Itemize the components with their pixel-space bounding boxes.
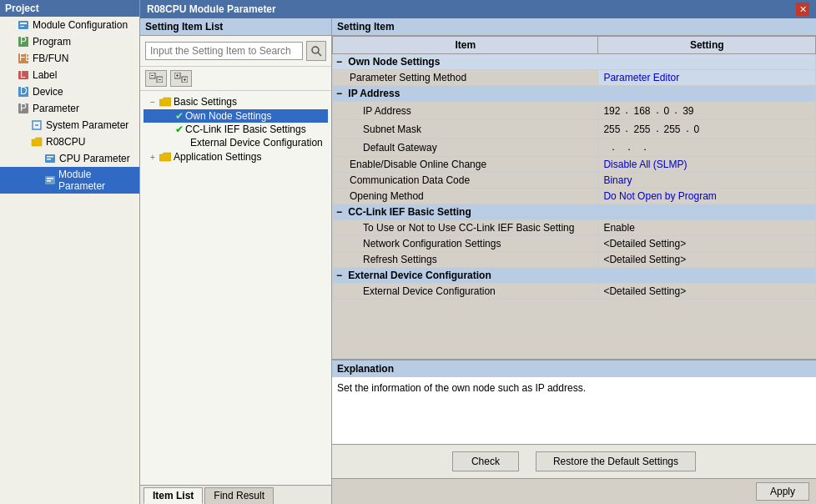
expand-icon: [174, 73, 188, 83]
sidebar-item-device[interactable]: D Device: [0, 83, 139, 100]
sidebar-item-r08cpu[interactable]: R08CPU: [0, 134, 139, 150]
expand-own-node[interactable]: −: [336, 56, 342, 68]
value-param-setting-method[interactable]: Parameter Editor: [598, 70, 816, 86]
left-panel-title: Setting Item List: [140, 18, 331, 36]
row-refresh-settings: Refresh Settings <Detailed Setting>: [333, 252, 816, 268]
sidebar-item-system-parameter[interactable]: System Parameter: [0, 117, 139, 134]
item-param-setting-method: Parameter Setting Method: [333, 70, 598, 86]
subnet-part4: 0: [694, 123, 700, 135]
window-title-text: R08CPU Module Parameter: [147, 3, 276, 15]
sidebar-item-module-parameter[interactable]: Module Parameter: [0, 167, 139, 194]
sidebar-label-cpu-parameter: CPU Parameter: [59, 153, 130, 164]
svg-marker-35: [159, 153, 171, 161]
check-icon-cclink: ✔: [175, 123, 184, 135]
value-cclink-use[interactable]: Enable: [598, 220, 816, 236]
bottom-tabs: Item List Find Result: [140, 485, 331, 504]
row-comm-data-code: Communication Data Code Binary: [333, 173, 816, 189]
sidebar-item-fbfun[interactable]: FB FB/FUN: [0, 50, 139, 67]
settings-table-wrapper: Item Setting − Own Node Settings: [332, 36, 816, 360]
search-input[interactable]: [145, 42, 303, 60]
label-icon: L: [17, 68, 30, 82]
value-online-change[interactable]: Disable All (SLMP): [598, 157, 816, 173]
action-buttons: Check Restore the Default Settings: [332, 444, 816, 478]
sidebar-item-program[interactable]: P Program: [0, 33, 139, 50]
svg-rect-20: [47, 178, 53, 179]
parameter-icon: P: [17, 102, 30, 115]
cpuparam-icon: [43, 152, 57, 165]
expand-icon-cclink: [164, 125, 175, 134]
expand-ip[interactable]: −: [336, 88, 342, 99]
item-online-change: Enable/Disable Online Change: [333, 157, 598, 173]
search-button[interactable]: [306, 41, 326, 61]
section-cclink-ief: − CC-Link IEF Basic Setting: [333, 204, 816, 220]
tree-item-basic-settings[interactable]: − Basic Settings: [144, 94, 328, 109]
item-network-config: Network Configuration Settings: [333, 236, 598, 252]
expand-ext[interactable]: −: [336, 270, 342, 281]
apply-area: Apply: [332, 478, 816, 504]
tree-item-own-node[interactable]: ✔ Own Node Settings: [144, 109, 328, 123]
svg-rect-21: [47, 180, 51, 182]
gw-part2: [620, 142, 622, 154]
tree-item-ext-device[interactable]: External Device Configuration: [144, 136, 328, 149]
device-icon: D: [17, 85, 30, 98]
tab-item-list[interactable]: Item List: [144, 487, 203, 504]
tree-item-app-settings[interactable]: + Application Settings: [144, 149, 328, 164]
sidebar-label-module-parameter: Module Parameter: [58, 169, 136, 192]
row-online-change: Enable/Disable Online Change Disable All…: [333, 157, 816, 173]
collapse-all-button[interactable]: [145, 70, 167, 87]
svg-line-23: [318, 53, 321, 56]
ip-part4: 39: [683, 105, 693, 117]
ip-part2: 168: [633, 105, 650, 117]
row-ip-address: IP Address 192． 168． 0． 39: [333, 102, 816, 120]
item-ext-device-config: External Device Configuration: [333, 284, 598, 300]
section-label-ext-device: External Device Configuration: [348, 270, 491, 281]
sidebar-item-cpu-parameter[interactable]: CPU Parameter: [0, 150, 139, 167]
check-button[interactable]: Check: [452, 451, 519, 471]
item-default-gateway: Default Gateway: [333, 139, 598, 157]
folder-icon-basic: [159, 95, 172, 108]
value-comm-data-code[interactable]: Binary: [598, 173, 816, 189]
tree-label-ext-device: External Device Configuration: [190, 137, 323, 149]
sidebar-item-label[interactable]: L Label: [0, 67, 139, 83]
section-ip-address: − IP Address: [333, 86, 816, 102]
value-refresh-settings[interactable]: <Detailed Setting>: [598, 252, 816, 268]
item-cclink-use: To Use or Not to Use CC-Link IEF Basic S…: [333, 220, 598, 236]
tree-area: − Basic Settings ✔ Own Node Settings: [140, 91, 331, 485]
item-ip-address: IP Address: [333, 102, 598, 120]
svg-text:P: P: [20, 103, 27, 113]
gw-part3: [636, 142, 638, 154]
expand-icon-own-node: [164, 112, 175, 121]
sidebar-label-system-parameter: System Parameter: [46, 119, 128, 131]
apply-button[interactable]: Apply: [756, 482, 809, 501]
subnet-part3: 255: [664, 123, 681, 135]
row-cclink-use: To Use or Not to Use CC-Link IEF Basic S…: [333, 220, 816, 236]
expand-cclink[interactable]: −: [336, 206, 342, 218]
section-own-node: − Own Node Settings: [333, 54, 816, 70]
gw-part1: [603, 142, 606, 154]
sidebar-label-label: Label: [33, 69, 57, 81]
sidebar-title: Project: [0, 0, 139, 17]
expand-all-button[interactable]: [170, 70, 192, 87]
value-ext-device-config[interactable]: <Detailed Setting>: [598, 284, 816, 300]
sidebar-item-module-configuration[interactable]: Module Configuration: [0, 17, 139, 33]
value-opening-method[interactable]: Do Not Open by Program: [598, 189, 816, 204]
collapse-icon: [149, 73, 163, 83]
tab-find-result[interactable]: Find Result: [204, 487, 274, 504]
explanation-title: Explanation: [332, 360, 816, 377]
value-network-config[interactable]: <Detailed Setting>: [598, 236, 816, 252]
svg-point-22: [312, 47, 319, 53]
svg-rect-0: [18, 21, 28, 29]
expand-icon-ext: [179, 139, 190, 148]
gw-part4: [652, 142, 654, 154]
close-button[interactable]: ✕: [796, 3, 809, 16]
ip-part3: 0: [664, 105, 670, 117]
svg-text:FB: FB: [19, 53, 29, 63]
sidebar-label-program: Program: [33, 36, 71, 48]
svg-marker-34: [159, 98, 171, 106]
window-title-bar: R08CPU Module Parameter ✕: [140, 0, 816, 18]
restore-button[interactable]: Restore the Default Settings: [536, 451, 696, 471]
sidebar-item-parameter[interactable]: P Parameter: [0, 100, 139, 117]
tree-item-cclink[interactable]: ✔ CC-Link IEF Basic Settings: [144, 123, 328, 136]
tree-label-cclink: CC-Link IEF Basic Settings: [185, 123, 306, 135]
tree-toolbar: [140, 67, 331, 91]
